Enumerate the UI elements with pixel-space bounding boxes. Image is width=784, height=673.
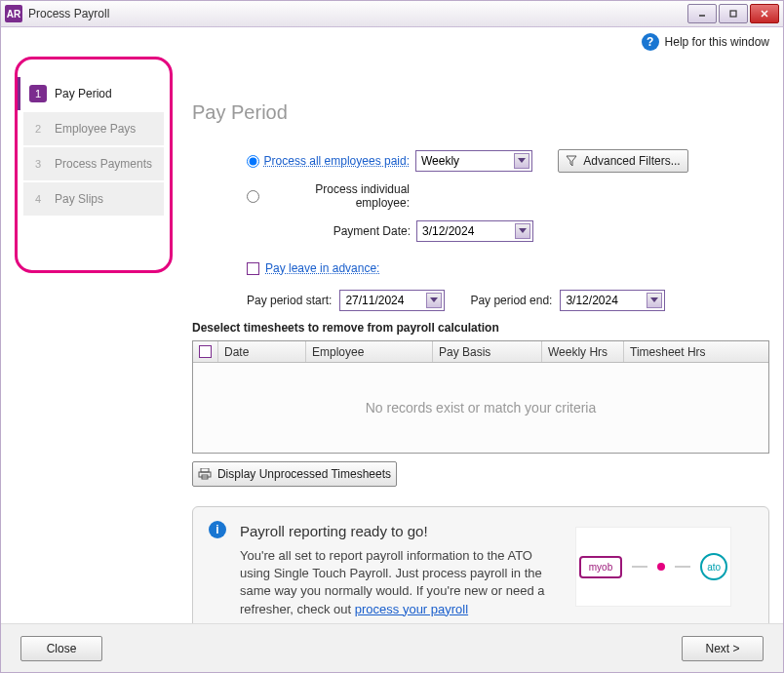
footer: Close Next > (1, 623, 783, 672)
chevron-down-icon (515, 223, 530, 239)
frequency-combo[interactable]: Weekly (415, 150, 532, 172)
process-individual-radio[interactable] (247, 190, 259, 203)
info-heading: Payroll reporting ready to go! (240, 521, 562, 541)
help-link[interactable]: ? Help for this window (1, 27, 783, 53)
page-title: Pay Period (192, 101, 769, 124)
step-pay-period[interactable]: 1 Pay Period (18, 77, 164, 110)
step-label: Employee Pays (55, 122, 136, 136)
step-pay-slips[interactable]: 4 Pay Slips (23, 182, 164, 216)
printer-icon (198, 468, 212, 480)
window-title: Process Payroll (28, 7, 687, 20)
chevron-down-icon (426, 293, 442, 308)
timesheets-table: Date Employee Pay Basis Weekly Hrs Times… (192, 340, 769, 454)
info-graphic: myob ato (575, 527, 731, 607)
pay-leave-checkbox[interactable] (247, 262, 259, 275)
close-button[interactable]: Close (20, 636, 102, 661)
advanced-filters-label: Advanced Filters... (583, 154, 680, 168)
display-unprocessed-label: Display Unprocessed Timesheets (217, 467, 391, 481)
app-icon: AR (5, 5, 22, 22)
info-body: You're all set to report payroll informa… (240, 547, 562, 618)
help-label: Help for this window (665, 35, 769, 49)
timesheets-header: Deselect timesheets to remove from payro… (192, 321, 769, 335)
myob-chip: myob (579, 556, 622, 578)
payment-date-value: 3/12/2024 (422, 224, 474, 238)
process-individual-label: Process individual employee: (263, 182, 410, 210)
process-all-label[interactable]: Process all employees paid: (263, 154, 410, 168)
pay-period-start-label: Pay period start: (247, 294, 332, 307)
step-label: Pay Period (55, 87, 112, 100)
funnel-icon (566, 155, 577, 167)
step-label: Pay Slips (55, 192, 103, 206)
maximize-button[interactable] (719, 4, 748, 23)
titlebar: AR Process Payroll (0, 0, 784, 27)
advanced-filters-button[interactable]: Advanced Filters... (558, 149, 688, 173)
payment-date-combo[interactable]: 3/12/2024 (416, 220, 533, 242)
svg-rect-4 (201, 468, 209, 472)
ato-chip: ato (700, 553, 727, 580)
col-date[interactable]: Date (218, 341, 306, 362)
pay-period-end-combo[interactable]: 3/12/2024 (560, 290, 665, 311)
info-panel: i Payroll reporting ready to go! You're … (192, 506, 769, 623)
content-pane: Pay Period Process all employees paid: W… (192, 53, 769, 623)
pay-period-end-value: 3/12/2024 (566, 294, 617, 307)
process-payroll-link[interactable]: process your payroll (355, 602, 468, 616)
info-icon: i (209, 521, 226, 538)
process-all-radio[interactable] (247, 155, 259, 168)
next-button[interactable]: Next > (682, 636, 764, 661)
payment-date-label: Payment Date: (247, 224, 411, 238)
close-window-button[interactable] (750, 4, 779, 23)
step-number: 2 (29, 120, 47, 138)
chevron-down-icon (514, 153, 529, 169)
pay-period-start-combo[interactable]: 27/11/2024 (339, 290, 445, 311)
svg-rect-1 (730, 11, 736, 17)
minimize-button[interactable] (687, 4, 717, 23)
empty-message: No records exist or match your criteria (193, 363, 768, 453)
select-all-checkbox[interactable] (199, 345, 212, 358)
step-number: 1 (29, 85, 47, 102)
col-employee[interactable]: Employee (306, 341, 433, 362)
step-label: Process Payments (55, 157, 152, 171)
pay-period-start-value: 27/11/2024 (345, 294, 404, 307)
chevron-down-icon (647, 293, 662, 308)
display-unprocessed-button[interactable]: Display Unprocessed Timesheets (192, 461, 397, 487)
wizard-steps: 1 Pay Period 2 Employee Pays 3 Process P… (15, 57, 173, 273)
frequency-value: Weekly (421, 154, 459, 168)
step-employee-pays[interactable]: 2 Employee Pays (23, 112, 164, 145)
step-process-payments[interactable]: 3 Process Payments (23, 147, 164, 180)
col-weekly-hrs[interactable]: Weekly Hrs (542, 341, 624, 362)
step-number: 3 (29, 155, 47, 173)
step-number: 4 (29, 190, 47, 208)
pay-leave-label[interactable]: Pay leave in advance: (265, 261, 379, 275)
help-icon: ? (642, 33, 659, 51)
pay-period-end-label: Pay period end: (470, 294, 552, 307)
col-timesheet-hrs[interactable]: Timesheet Hrs (624, 341, 768, 362)
col-pay-basis[interactable]: Pay Basis (433, 341, 542, 362)
